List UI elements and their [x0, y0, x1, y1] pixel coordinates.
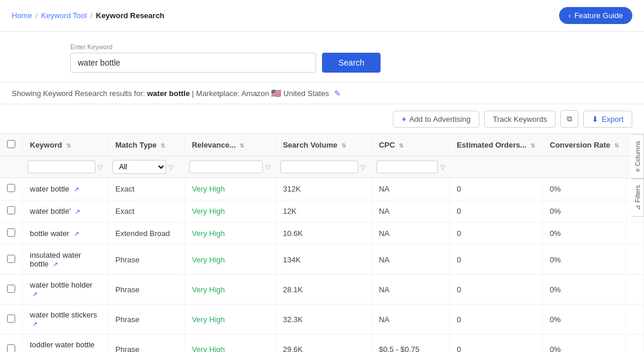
keyword-table: Keyword ⇅ Match Type ⇅ Relevance... ⇅ Se… — [0, 134, 644, 352]
relevance-value: Very High — [192, 184, 225, 193]
row-extra — [626, 245, 644, 275]
keyword-filter-input[interactable] — [28, 160, 96, 173]
row-est-orders: 0 — [450, 200, 543, 223]
header-est-orders[interactable]: Estimated Orders... ⇅ — [450, 134, 543, 156]
header-search-volume[interactable]: Search Volume ⇅ — [276, 134, 372, 156]
row-relevance: Very High — [184, 245, 276, 275]
table-row: water bottle stickers ↗ Phrase Very High… — [0, 305, 644, 334]
feature-guide-label: Feature Guide — [574, 11, 623, 20]
external-link-icon[interactable]: ↗ — [32, 320, 37, 327]
row-keyword: water bottle ↗ — [23, 178, 108, 200]
external-link-icon[interactable]: ↗ — [32, 291, 37, 298]
edit-icon[interactable]: ✎ — [334, 89, 341, 98]
row-extra — [626, 275, 644, 305]
row-extra — [626, 223, 644, 245]
row-keyword: water bottle stickers ↗ — [23, 305, 108, 334]
row-search-volume: 32.3K — [276, 305, 372, 334]
external-link-icon[interactable]: ↗ — [53, 261, 58, 268]
row-cpc: NA — [372, 245, 450, 275]
keyword-link[interactable]: toddler water bottle — [30, 340, 95, 349]
toolbar: + Add to Advertising Track Keywords ⧉ ⬇ … — [0, 104, 644, 134]
search-vol-filter-input[interactable] — [280, 160, 358, 173]
row-checkbox-cell — [0, 200, 23, 223]
track-keywords-button[interactable]: Track Keywords — [484, 111, 556, 128]
table-row: water bottle ↗ Exact Very High 312K NA 0… — [0, 178, 644, 200]
search-area: Enter Keyword Search — [0, 32, 644, 83]
search-input[interactable] — [70, 53, 316, 73]
external-link-icon[interactable]: ↗ — [75, 208, 80, 215]
header-cpc[interactable]: CPC ⇅ — [372, 134, 450, 156]
keyword-link[interactable]: water bottle stickers — [30, 310, 97, 319]
cpc-filter-input[interactable] — [376, 160, 438, 173]
row-checkbox[interactable] — [7, 344, 15, 353]
row-checkbox[interactable] — [7, 285, 15, 293]
sort-search-vol-icon: ⇅ — [341, 142, 346, 149]
row-est-orders: 0 — [450, 245, 543, 275]
row-checkbox[interactable] — [7, 315, 15, 323]
breadcrumb-home[interactable]: Home — [12, 11, 32, 20]
filter-keyword-cell: ▽ — [23, 156, 108, 178]
relevance-value: Very High — [192, 207, 225, 216]
relevance-filter-input[interactable] — [189, 160, 263, 173]
breadcrumb-keyword-tool[interactable]: Keyword Tool — [41, 11, 87, 20]
row-match-type: Exact — [108, 178, 184, 200]
keyword-link[interactable]: water bottle holder — [30, 281, 93, 289]
row-checkbox-cell — [0, 178, 23, 200]
filter-conv-rate-cell — [543, 156, 626, 178]
relevance-filter-icon[interactable]: ▽ — [265, 163, 270, 171]
header-conv-rate[interactable]: Conversion Rate ⇅ — [543, 134, 626, 156]
chevron-left-icon: ‹ — [568, 12, 571, 20]
keyword-link[interactable]: water bottle — [30, 184, 69, 193]
copy-button[interactable]: ⧉ — [560, 110, 578, 128]
row-conv-rate: 0% — [543, 275, 626, 305]
row-keyword: bottle water ↗ — [23, 223, 108, 245]
row-checkbox[interactable] — [7, 206, 15, 214]
export-button[interactable]: ⬇ Export — [583, 111, 632, 128]
row-checkbox[interactable] — [7, 184, 15, 192]
keyword-link[interactable]: water bottle' — [30, 207, 71, 216]
row-match-type: Exact — [108, 200, 184, 223]
row-match-type: Phrase — [108, 334, 184, 353]
filter-search-vol-cell: ▽ — [276, 156, 372, 178]
match-type-filter-icon[interactable]: ▽ — [169, 163, 173, 171]
match-type-filter-select[interactable]: All Exact Phrase Extended Broad — [112, 160, 166, 174]
row-search-volume: 28.1K — [276, 275, 372, 305]
filters-tab[interactable]: ⊿ Filters — [631, 179, 644, 217]
header-match-type[interactable]: Match Type ⇅ — [108, 134, 184, 156]
row-relevance: Very High — [184, 305, 276, 334]
filter-check-col — [0, 156, 23, 178]
external-link-icon[interactable]: ↗ — [74, 230, 79, 237]
keyword-link[interactable]: bottle water — [30, 229, 69, 238]
row-relevance: Very High — [184, 200, 276, 223]
row-checkbox[interactable] — [7, 255, 15, 263]
feature-guide-button[interactable]: ‹ Feature Guide — [559, 7, 632, 24]
header-keyword[interactable]: Keyword ⇅ — [23, 134, 108, 156]
filter-est-orders-cell — [450, 156, 543, 178]
row-relevance: Very High — [184, 334, 276, 353]
add-to-advertising-button[interactable]: + Add to Advertising — [393, 111, 479, 128]
table-row: bottle water ↗ Extended Broad Very High … — [0, 223, 644, 245]
row-relevance: Very High — [184, 178, 276, 200]
header-relevance[interactable]: Relevance... ⇅ — [184, 134, 276, 156]
keyword-filter-icon[interactable]: ▽ — [98, 163, 102, 171]
cpc-filter-icon[interactable]: ▽ — [440, 163, 445, 171]
select-all-checkbox[interactable] — [7, 140, 15, 148]
columns-tab[interactable]: ≡ Columns — [631, 134, 644, 179]
search-vol-filter-icon[interactable]: ▽ — [361, 163, 365, 171]
breadcrumb-current: Keyword Research — [96, 11, 165, 20]
table-header-row: Keyword ⇅ Match Type ⇅ Relevance... ⇅ Se… — [0, 134, 644, 156]
row-match-type: Extended Broad — [108, 223, 184, 245]
row-checkbox[interactable] — [7, 228, 15, 237]
row-est-orders: 0 — [450, 334, 543, 353]
external-link-icon[interactable]: ↗ — [74, 186, 79, 193]
search-button[interactable]: Search — [322, 53, 381, 73]
sort-cpc-icon: ⇅ — [399, 142, 403, 149]
row-conv-rate: 0% — [543, 305, 626, 334]
row-search-volume: 29.6K — [276, 334, 372, 353]
search-row: Search — [70, 53, 632, 73]
row-relevance: Very High — [184, 275, 276, 305]
row-extra — [626, 334, 644, 353]
row-est-orders: 0 — [450, 275, 543, 305]
row-conv-rate: 0% — [543, 178, 626, 200]
relevance-value: Very High — [192, 285, 225, 294]
